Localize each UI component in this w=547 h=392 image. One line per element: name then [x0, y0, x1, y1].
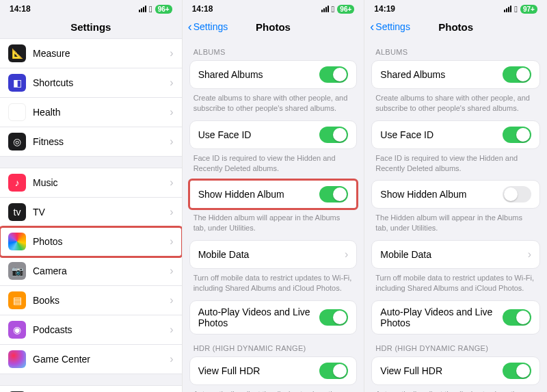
gamecenter-icon [8, 350, 26, 368]
settings-row-podcasts[interactable]: ◉Podcasts› [0, 315, 182, 345]
status-time: 14:19 [374, 4, 395, 14]
row-use-face-id[interactable]: Use Face ID [372, 121, 539, 148]
toggle-use-face-id[interactable] [503, 127, 531, 143]
settings-row-fitness[interactable]: ◎Fitness› [0, 127, 182, 156]
settings-row-measure[interactable]: 📐Measure› [0, 39, 182, 68]
section-header-albums: ALBUMS [364, 38, 547, 60]
settings-row-health[interactable]: ♥Health› [0, 98, 182, 127]
chevron-right-icon: › [170, 135, 173, 148]
settings-row-tv[interactable]: tvTV› [0, 198, 182, 227]
nav-title: Settings [70, 21, 111, 33]
chevron-right-icon: › [528, 248, 531, 261]
footer-hdr: Automatically adjust the display to show… [183, 385, 364, 392]
row-shared-albums[interactable]: Shared Albums [372, 61, 539, 88]
nav-title: Photos [256, 21, 291, 33]
settings-group-3: ▣TV Provider› [0, 385, 182, 392]
chevron-right-icon: › [170, 265, 173, 277]
chevron-right-icon: › [170, 206, 173, 218]
chevron-right-icon: › [170, 324, 173, 336]
photos-settings-screen-on: 14:18 􀙇 96+ ‹Settings Photos ALBUMS Shar… [183, 0, 365, 392]
settings-row-music[interactable]: ♪Music› [0, 168, 182, 198]
toggle-shared-albums[interactable] [503, 66, 531, 83]
chevron-right-icon: › [170, 294, 173, 306]
footer-shared-albums: Create albums to share with other people… [364, 89, 547, 114]
photos-icon [8, 233, 26, 250]
battery-indicator: 97+ [520, 5, 537, 14]
battery-indicator: 96+ [337, 5, 354, 14]
footer-shared-albums: Create albums to share with other people… [183, 89, 364, 114]
settings-group-1: 📐Measure› ◧Shortcuts› ♥Health› ◎Fitness› [0, 38, 182, 157]
podcasts-icon: ◉ [8, 321, 26, 339]
status-bar: 14:18 􀙇 96+ [183, 0, 364, 15]
chevron-left-icon: ‹ [188, 21, 192, 33]
toggle-autoplay[interactable] [503, 309, 531, 326]
chevron-left-icon: ‹ [370, 21, 374, 33]
settings-row-tvprovider[interactable]: ▣TV Provider› [0, 386, 182, 392]
row-mobile-data[interactable]: Mobile Data› [190, 241, 357, 268]
wifi-icon: 􀙇 [514, 4, 518, 14]
nav-bar: ‹Settings Photos [364, 15, 547, 38]
nav-bar: Settings [0, 15, 182, 38]
tv-icon: tv [8, 203, 26, 221]
photos-settings-screen-off: 14:19 􀙇 97+ ‹Settings Photos ALBUMS Shar… [364, 0, 547, 392]
shortcuts-icon: ◧ [8, 74, 26, 92]
row-autoplay[interactable]: Auto-Play Videos and Live Photos [372, 301, 539, 334]
row-shared-albums[interactable]: Shared Albums [190, 61, 357, 88]
settings-row-books[interactable]: ▤Books› [0, 286, 182, 315]
cellular-icon [321, 5, 329, 12]
settings-row-gamecenter[interactable]: Game Center› [0, 345, 182, 374]
books-icon: ▤ [8, 291, 26, 309]
cellular-icon [504, 5, 511, 12]
settings-screen: 14:18 􀙇 96+ Settings 📐Measure› ◧Shortcut… [0, 0, 183, 392]
status-bar: 14:19 􀙇 97+ [364, 0, 547, 15]
nav-bar: ‹Settings Photos [183, 15, 364, 38]
wifi-icon: 􀙇 [149, 4, 152, 14]
footer-hdr: Automatically adjust the display to show… [364, 385, 547, 392]
chevron-right-icon: › [170, 177, 173, 189]
row-autoplay[interactable]: Auto-Play Videos and Live Photos [190, 301, 357, 334]
row-view-full-hdr[interactable]: View Full HDR [372, 357, 539, 384]
footer-face-id: Face ID is required to view the Hidden a… [183, 149, 364, 174]
toggle-use-face-id[interactable] [319, 127, 348, 143]
section-header-hdr: HDR (HIGH DYNAMIC RANGE) [183, 335, 364, 356]
row-show-hidden-album[interactable]: Show Hidden Album [190, 181, 357, 208]
settings-row-camera[interactable]: 📷Camera› [0, 257, 182, 286]
music-icon: ♪ [8, 174, 26, 192]
chevron-right-icon: › [345, 248, 348, 261]
row-mobile-data[interactable]: Mobile Data› [372, 241, 539, 268]
status-time: 14:18 [192, 4, 213, 14]
fitness-icon: ◎ [8, 133, 26, 151]
settings-row-photos[interactable]: Photos› [0, 227, 182, 257]
chevron-right-icon: › [170, 353, 173, 365]
footer-mobile-data: Turn off mobile data to restrict updates… [364, 269, 547, 293]
health-icon: ♥ [8, 103, 26, 121]
status-bar: 14:18 􀙇 96+ [0, 0, 182, 15]
section-header-albums: ALBUMS [183, 38, 364, 60]
settings-row-shortcuts[interactable]: ◧Shortcuts› [0, 68, 182, 98]
row-use-face-id[interactable]: Use Face ID [190, 121, 357, 148]
footer-mobile-data: Turn off mobile data to restrict updates… [183, 269, 364, 293]
row-show-hidden-album[interactable]: Show Hidden Album [372, 181, 539, 208]
toggle-show-hidden-album[interactable] [503, 186, 531, 202]
battery-indicator: 96+ [155, 5, 172, 14]
toggle-shared-albums[interactable] [319, 66, 348, 83]
cellular-icon [139, 5, 146, 12]
chevron-right-icon: › [170, 106, 173, 118]
back-button[interactable]: ‹Settings [188, 21, 228, 33]
footer-hidden-album: The Hidden album will appear in the Albu… [364, 209, 547, 233]
row-view-full-hdr[interactable]: View Full HDR [190, 357, 357, 384]
measure-icon: 📐 [8, 44, 26, 62]
camera-icon: 📷 [8, 262, 26, 280]
toggle-autoplay[interactable] [319, 309, 348, 326]
toggle-show-hidden-album[interactable] [319, 186, 348, 202]
chevron-right-icon: › [170, 77, 173, 89]
back-button[interactable]: ‹Settings [370, 21, 410, 33]
nav-title: Photos [438, 21, 473, 33]
toggle-view-full-hdr[interactable] [319, 363, 348, 379]
footer-hidden-album: The Hidden album will appear in the Albu… [183, 209, 364, 233]
chevron-right-icon: › [170, 47, 173, 60]
chevron-right-icon: › [170, 235, 173, 248]
section-header-hdr: HDR (HIGH DYNAMIC RANGE) [364, 335, 547, 356]
status-time: 14:18 [10, 4, 31, 14]
toggle-view-full-hdr[interactable] [503, 363, 531, 379]
